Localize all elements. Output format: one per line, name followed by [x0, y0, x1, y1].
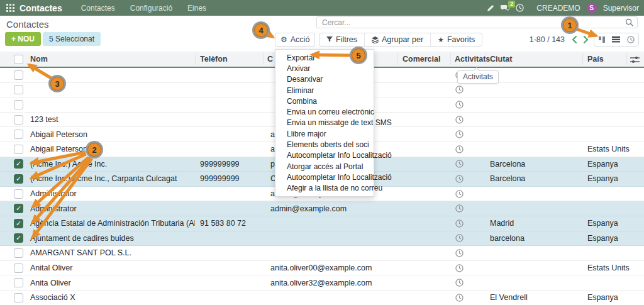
- apps-grid-icon[interactable]: [6, 4, 14, 12]
- row-checkbox[interactable]: [14, 145, 23, 154]
- action-menu-item-5[interactable]: Combina: [275, 96, 374, 106]
- row-checkbox[interactable]: [14, 219, 23, 228]
- cell-phone: [200, 113, 263, 127]
- table-row[interactable]: Anital Oliveranita.oliver00@example.comE…: [0, 261, 644, 276]
- nav-item-eines[interactable]: Eines: [180, 4, 214, 13]
- cell-country: [587, 127, 641, 141]
- cell-name: Abigail Peterson: [30, 127, 195, 141]
- activity-clock-icon[interactable]: [455, 231, 464, 246]
- column-header-pais[interactable]: País: [587, 52, 604, 67]
- row-checkbox[interactable]: [14, 174, 23, 184]
- activity-clock-icon[interactable]: [455, 97, 464, 112]
- column-header-telefon[interactable]: Telèfon: [200, 52, 228, 67]
- activity-clock-icon[interactable]: [455, 127, 464, 141]
- new-button[interactable]: + NOU: [5, 32, 41, 46]
- row-checkbox[interactable]: [14, 204, 23, 213]
- activity-clock-icon[interactable]: [455, 275, 464, 290]
- column-header-activitats[interactable]: Activitats: [455, 52, 490, 67]
- activity-view-button[interactable]: [624, 33, 638, 46]
- row-checkbox[interactable]: [14, 233, 23, 243]
- cell-phone: [200, 275, 263, 290]
- action-menu-item-10[interactable]: Autocompletar Info Localització: [275, 150, 374, 161]
- action-menu-item-8[interactable]: Llibre major: [275, 128, 374, 139]
- optional-columns-icon[interactable]: [630, 55, 640, 67]
- search-input[interactable]: [317, 18, 625, 27]
- action-button-label: Acció: [291, 35, 310, 44]
- search-icon[interactable]: [625, 18, 633, 26]
- row-checkbox[interactable]: [14, 293, 23, 302]
- user-avatar[interactable]: S: [587, 3, 597, 13]
- messages-icon[interactable]: 2: [501, 4, 509, 12]
- action-menu-item-11[interactable]: Atorgar accés al Portal: [275, 161, 374, 172]
- activity-clock-icon[interactable]: [455, 83, 464, 97]
- column-header-nom[interactable]: Nom: [30, 52, 48, 67]
- table-row[interactable]: Ajuntament de cadires buidesbarcelonaEsp…: [0, 231, 644, 247]
- row-checkbox[interactable]: [14, 278, 23, 287]
- select-all-checkbox[interactable]: [14, 55, 23, 64]
- pager-next-button[interactable]: [580, 33, 591, 47]
- table-row[interactable]: Anita Oliveranita.oliver32@example.com: [0, 275, 644, 291]
- pager-previous-button[interactable]: [569, 33, 580, 47]
- annotation-circle-4: 4: [252, 21, 270, 39]
- nav-item-contactes[interactable]: Contactes: [74, 4, 123, 13]
- activity-clock-icon[interactable]: [455, 142, 464, 157]
- cell-city: [490, 187, 578, 201]
- user-name[interactable]: Supervisor: [603, 4, 639, 13]
- cell-name: 123 test: [30, 113, 195, 127]
- nav-item-configuracio[interactable]: Configuració: [123, 4, 180, 13]
- kanban-view-button[interactable]: [594, 33, 609, 46]
- action-button[interactable]: ⚙ Acció: [275, 33, 315, 47]
- action-menu-item-9[interactable]: Elements oberts del soci: [275, 139, 374, 150]
- activities-clock-icon[interactable]: [516, 4, 524, 12]
- column-header-ciutat[interactable]: Ciutat: [490, 52, 512, 67]
- activity-clock-icon[interactable]: [455, 261, 464, 275]
- list-view-button[interactable]: [609, 33, 623, 46]
- cell-city: [490, 97, 578, 112]
- column-header-comercial[interactable]: Comercial: [402, 52, 440, 67]
- activity-clock-icon[interactable]: [455, 157, 464, 172]
- favorites-button[interactable]: ★ Favorits: [431, 33, 482, 46]
- cell-city: [490, 201, 578, 216]
- action-menu-item-6[interactable]: Envia un correu electrònic: [275, 106, 374, 117]
- cell-city: [490, 127, 578, 141]
- activity-clock-icon[interactable]: [455, 187, 464, 201]
- action-menu-item-4[interactable]: Eliminar: [275, 85, 374, 96]
- cell-phone: [200, 127, 263, 141]
- activity-clock-icon[interactable]: [455, 246, 464, 260]
- company-name[interactable]: CREADEMO: [536, 4, 580, 13]
- row-checkbox[interactable]: [14, 100, 23, 109]
- row-checkbox[interactable]: [14, 85, 23, 94]
- activity-clock-icon[interactable]: [455, 216, 464, 231]
- row-checkbox[interactable]: [14, 189, 23, 199]
- row-checkbox[interactable]: [14, 70, 23, 80]
- cell-country: Espanya: [587, 216, 641, 231]
- action-menu-item-12[interactable]: Autocompletar Info Localització: [275, 172, 374, 182]
- cell-email: admin@example.com: [270, 201, 396, 216]
- cell-name: (Acme Inc.) Acme Inc., Carpanta Culcagat: [30, 172, 195, 186]
- cell-country: Espanya: [587, 157, 641, 172]
- table-row[interactable]: Associació XEl VendrellEspanya: [0, 291, 644, 305]
- activity-clock-icon[interactable]: [455, 291, 464, 305]
- table-row[interactable]: Administratoradmin@example.com: [0, 201, 644, 216]
- edit-pencil-icon[interactable]: [487, 4, 494, 11]
- action-menu-item-13[interactable]: Afegir a la llista de no correu: [275, 183, 374, 194]
- action-menu-item-3[interactable]: Desarxivar: [275, 74, 374, 85]
- activity-clock-icon[interactable]: [455, 201, 464, 216]
- action-menu-item-7[interactable]: Envia un missatge de text SMS: [275, 118, 374, 128]
- row-checkbox[interactable]: [14, 263, 23, 273]
- group-by-button[interactable]: Agrupar per: [365, 33, 431, 46]
- cell-email: [270, 246, 396, 260]
- cell-city: Barcelona: [490, 157, 578, 172]
- annotation-circle-3: 3: [48, 75, 66, 92]
- row-checkbox[interactable]: [14, 115, 23, 125]
- row-checkbox[interactable]: [14, 248, 23, 258]
- activity-clock-icon[interactable]: [455, 172, 464, 186]
- filters-button[interactable]: Filtres: [319, 33, 365, 46]
- table-row[interactable]: Agència Estatal de Administración Tribut…: [0, 216, 644, 231]
- action-menu-item-2[interactable]: Arxivar: [275, 63, 374, 74]
- column-header-correu[interactable]: C: [267, 52, 273, 67]
- activity-clock-icon[interactable]: [455, 113, 464, 127]
- row-checkbox[interactable]: [14, 159, 23, 169]
- row-checkbox[interactable]: [14, 130, 23, 139]
- table-row[interactable]: AMARGANT SANT POL S.L.: [0, 246, 644, 261]
